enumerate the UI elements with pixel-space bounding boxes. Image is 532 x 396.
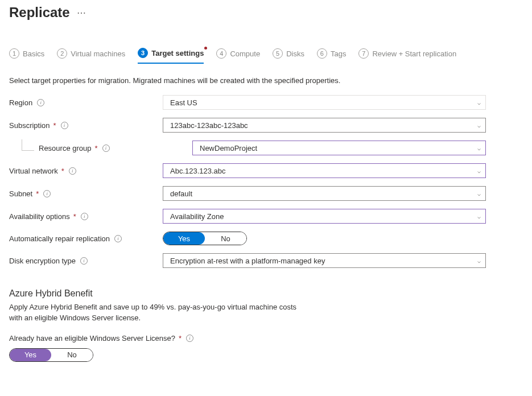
auto-repair-yes[interactable]: Yes [163,232,205,245]
chevron-down-icon: ⌵ [477,100,481,106]
chevron-down-icon: ⌵ [477,122,481,129]
availability-value: Availability Zone [170,212,224,221]
subnet-label: Subnet [9,189,32,198]
info-icon[interactable]: i [37,99,44,106]
auto-repair-no[interactable]: No [205,232,246,245]
step-number: 1 [9,48,19,59]
tab-label: Tags [331,50,346,58]
tab-review-start[interactable]: 7 Review + Start replication [358,48,456,64]
subscription-label: Subscription [9,121,50,130]
region-select: East US ⌵ [163,95,486,110]
step-number: 4 [216,48,226,59]
step-number: 2 [57,48,67,59]
disk-encryption-value: Encryption at-rest with a platform-manag… [170,257,325,265]
step-number: 7 [358,48,369,59]
step-number: 5 [273,48,283,59]
resource-group-label: Resource group [39,144,92,152]
info-icon[interactable]: i [114,235,122,242]
availability-select[interactable]: Availability Zone ⌵ [163,209,486,224]
region-label: Region [9,98,32,107]
step-number: 6 [317,48,327,59]
vnet-value: Abc.123.123.abc [170,167,226,175]
required-indicator: * [61,167,64,175]
tab-compute[interactable]: 4 Compute [216,48,260,64]
tab-target-settings[interactable]: 3 Target settings [138,48,204,64]
required-indicator: * [53,121,56,130]
page-title: Replicate [9,5,70,20]
tab-virtual-machines[interactable]: 2 Virtual machines [57,48,125,64]
vnet-label: Virtual network [9,167,58,175]
info-icon[interactable]: i [69,167,76,175]
subscription-value: 123abc-123abc-123abc [170,121,248,130]
required-indicator: * [73,212,76,221]
hybrid-benefit-desc: Apply Azure Hybrid Benefit and save up t… [9,302,523,324]
info-icon[interactable]: i [61,122,68,129]
tab-label: Basics [23,50,44,58]
hybrid-benefit-title: Azure Hybrid Benefit [9,288,523,299]
chevron-down-icon: ⌵ [477,213,481,220]
required-indicator: * [36,189,39,198]
tab-basics[interactable]: 1 Basics [9,48,44,64]
info-icon[interactable]: i [43,190,51,197]
disk-encryption-label: Disk encryption type [9,257,76,265]
resource-group-select[interactable]: NewDemoProject ⌵ [192,141,486,155]
indent-connector [22,139,34,151]
tab-label: Review + Start replication [372,50,456,58]
page-description: Select target properties for migration. … [9,76,523,85]
auto-repair-label: Automatically repair replication [9,234,110,243]
info-icon[interactable]: i [81,213,88,220]
required-indicator: * [95,144,98,152]
region-value: East US [170,98,197,107]
disk-encryption-select[interactable]: Encryption at-rest with a platform-manag… [163,253,486,268]
tab-label: Target settings [151,49,204,57]
tab-label: Virtual machines [71,50,125,58]
tab-disks[interactable]: 5 Disks [273,48,304,64]
tab-tags[interactable]: 6 Tags [317,48,346,64]
subnet-select[interactable]: default ⌵ [163,186,486,201]
more-icon[interactable]: ⋯ [77,7,86,18]
license-no[interactable]: No [51,349,93,361]
validation-dot-icon [204,47,207,50]
info-icon[interactable]: i [186,335,193,342]
wizard-tabs: 1 Basics 2 Virtual machines 3 Target set… [9,48,523,64]
required-indicator: * [179,334,182,343]
chevron-down-icon: ⌵ [477,258,481,264]
chevron-down-icon: ⌵ [477,191,481,197]
info-icon[interactable]: i [80,257,88,265]
vnet-select[interactable]: Abc.123.123.abc ⌵ [163,163,486,178]
auto-repair-toggle: Yes No [163,232,247,245]
license-yes[interactable]: Yes [10,349,51,361]
availability-label: Availability options [9,212,70,221]
tab-label: Compute [230,50,260,58]
chevron-down-icon: ⌵ [477,145,481,151]
subscription-select[interactable]: 123abc-123abc-123abc ⌵ [163,118,486,133]
license-question: Already have an eligible Windows Server … [9,334,175,343]
info-icon[interactable]: i [102,145,110,152]
step-number: 3 [138,48,148,58]
tab-label: Disks [286,50,304,58]
resource-group-value: NewDemoProject [200,144,257,152]
license-toggle: Yes No [9,348,93,362]
chevron-down-icon: ⌵ [477,168,481,174]
subnet-value: default [170,189,192,198]
